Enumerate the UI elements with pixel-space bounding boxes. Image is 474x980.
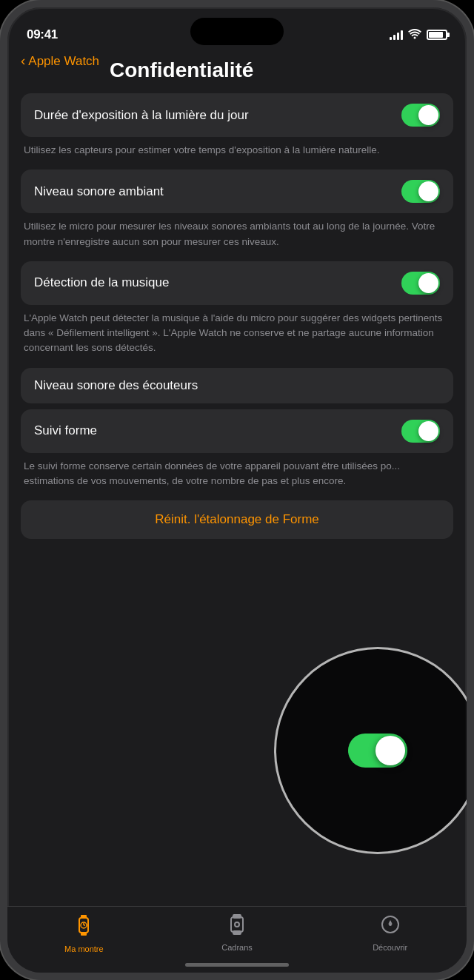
phone-frame: 09:41 ‹ Apple Watch Confidentialité [0,0,474,980]
cadrans-label: Cadrans [221,943,253,952]
battery-fill [429,32,443,38]
volume-down-button[interactable] [0,266,3,326]
tab-ma-montre[interactable]: Ma montre [7,914,161,953]
signal-bars-icon [390,30,403,40]
music-row[interactable]: Détection de la musique [21,261,453,305]
decouvrir-icon [380,914,401,940]
silent-button[interactable] [0,141,3,178]
headphone-row[interactable]: Niveau sonore des écouteurs [21,368,453,403]
reset-calibration-row[interactable]: Réinit. l'étalonnage de Forme [21,500,453,539]
fitness-toggle[interactable] [401,420,440,443]
daylight-row[interactable]: Durée d'exposition à la lumière du jour [21,93,453,137]
volume-up-button[interactable] [0,192,3,252]
status-time: 09:41 [27,27,58,42]
wifi-icon [408,29,421,41]
dynamic-island [190,18,284,45]
ambient-description: Utilisez le micro pour mesurer les nivea… [21,219,453,249]
power-button[interactable] [471,155,474,215]
ambient-toggle[interactable] [401,180,440,203]
headphone-label: Niveau sonore des écouteurs [34,378,440,393]
tab-decouvrir[interactable]: Découvrir [313,914,467,952]
daylight-toggle[interactable] [401,104,440,127]
svg-rect-8 [233,931,241,934]
zoom-content [281,654,474,847]
signal-bar-4 [401,30,403,40]
ambient-row[interactable]: Niveau sonore ambiant [21,170,453,213]
signal-bar-2 [393,35,395,40]
back-chevron-icon: ‹ [21,53,25,69]
page-title: Confidentialité [110,58,253,82]
cadrans-icon [227,914,247,940]
music-label: Détection de la musique [34,275,401,290]
daylight-toggle-thumb [418,105,438,125]
svg-point-12 [389,923,392,926]
status-icons [390,29,447,41]
battery-icon [427,30,447,40]
svg-rect-7 [233,915,241,918]
svg-point-9 [235,922,239,927]
daylight-description: Utilisez les capteurs pour estimer votre… [21,143,453,158]
reset-calibration-label: Réinit. l'étalonnage de Forme [34,512,440,527]
fitness-toggle-thumb [418,421,438,441]
ambient-toggle-thumb [418,181,438,201]
daylight-label: Durée d'exposition à la lumière du jour [34,108,401,123]
zoom-toggle-large [348,734,407,768]
zoom-toggle-thumb-large [375,736,405,765]
zoom-overlay [274,647,474,854]
signal-bar-3 [397,33,399,40]
music-toggle-thumb [418,273,438,293]
svg-rect-1 [81,915,87,919]
decouvrir-label: Découvrir [373,943,407,952]
fitness-description: Le suivi forme conserve certain données … [21,459,453,489]
svg-rect-2 [81,932,87,936]
ma-montre-icon [73,914,95,942]
signal-bar-1 [390,37,392,40]
back-label: Apple Watch [28,54,99,69]
home-indicator [185,963,289,967]
fitness-label: Suivi forme [34,423,401,438]
fitness-row[interactable]: Suivi forme [21,409,453,453]
back-nav[interactable]: ‹ Apple Watch [21,53,99,69]
svg-rect-6 [231,917,243,932]
music-toggle[interactable] [401,272,440,295]
ma-montre-label: Ma montre [64,944,104,953]
music-description: L'Apple Watch peut détecter la musique à… [21,311,453,356]
ambient-label: Niveau sonore ambiant [34,184,401,199]
tab-cadrans[interactable]: Cadrans [161,914,314,952]
